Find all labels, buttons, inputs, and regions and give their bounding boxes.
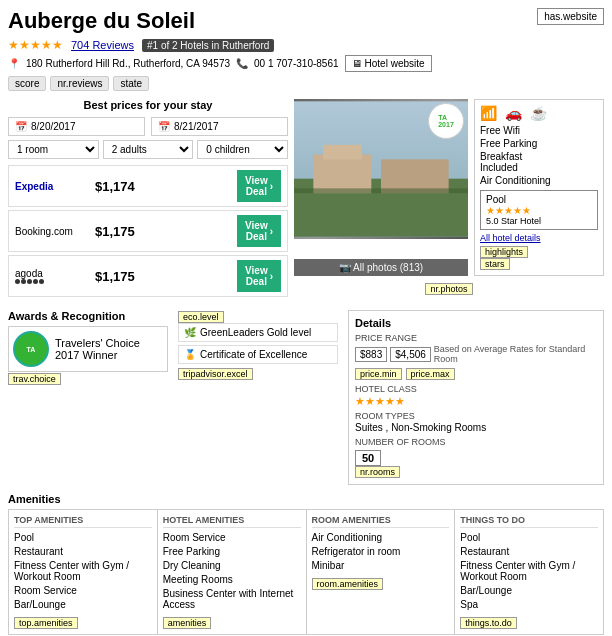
location-icon: 📍 [8,58,20,69]
todo-bar: Bar/Lounge [460,585,598,596]
coffee-icon: ☕ [530,105,547,121]
all-photos-bar[interactable]: 📷 All photos (813) [294,259,468,276]
calendar-icon: 📅 [15,121,27,132]
booking-view-deal-button[interactable]: ViewDeal › [237,215,281,247]
top-amenities-annotation: top.amenities [14,617,78,629]
amenities-title: Amenities [8,493,604,505]
todo-spa: Spa [460,599,598,610]
amenities-annotation: amenities [163,617,212,629]
eco-certificate: 🏅 Certificate of Excellence [178,345,338,364]
price-note: Based on Average Rates for Standard Room [434,344,597,364]
details-title: Details [355,317,597,329]
rooms-select[interactable]: 1 room [8,140,99,159]
svg-rect-4 [323,145,362,160]
has-website-badge[interactable]: has.website [537,8,604,25]
address-row: 📍 180 Rutherford Hill Rd., Rutherford, C… [8,55,604,72]
star-rating: ★★★★★ [8,38,63,52]
page: Auberge du Soleil has.website ★★★★★ 704 … [0,0,612,636]
top-right: TA2017 📷 All photos (813) 📶 🚗 ☕ Free Wif… [294,99,604,276]
phone-icon: 📞 [236,58,248,69]
hotel-class-label: HOTEL CLASS [355,384,597,394]
hotel-amenity-dry-cleaning: Dry Cleaning [163,560,301,571]
trav-choice-annotation: trav.choice [8,373,61,385]
medal-icon: 🏅 [184,349,196,360]
things-todo-annotation: things.to.do [460,617,517,629]
state-tag[interactable]: state [113,76,149,91]
price-min-value: $883 [355,347,387,362]
award-badge: TA Travelers' Choice 2017 Winner [8,326,168,372]
eco-item2: Certificate of Excellence [200,349,307,360]
pool-box: Pool ★★★★★ 5.0 Star Hotel [480,190,598,230]
details-section: Details PRICE RANGE $883 $4,506 Based on… [348,310,604,485]
nr-photos-annotation: nr.photos [425,283,472,295]
score-tag[interactable]: score [8,76,46,91]
photo-container: TA2017 📷 All photos (813) [294,99,468,276]
tripadvisor-icon: TA2017 [438,114,454,128]
price-max-annotation: price.max [406,368,455,380]
nr-rooms-annotation: nr.rooms [355,466,400,478]
adults-select[interactable]: 2 adults [103,140,194,159]
stars-annotation: stars [480,258,510,270]
checkin-date: 8/20/2017 [31,121,76,132]
checkin-input[interactable]: 📅 8/20/2017 [8,117,145,136]
guests-row: 1 room 2 adults 0 children [8,140,288,159]
prices-title: Best prices for your stay [8,99,288,111]
hotel-amenities-header: HOTEL AMENITIES [163,515,301,528]
header: Auberge du Soleil has.website ★★★★★ 704 … [8,8,604,91]
address-text: 180 Rutherford Hill Rd., Rutherford, CA … [26,58,230,69]
all-details-link[interactable]: All hotel details [480,233,598,243]
top-amenity-pool: Pool [14,532,152,543]
todo-restaurant: Restaurant [460,546,598,557]
tripadvisor-badge: TA2017 [428,103,464,139]
nr-reviews-tag[interactable]: nr.reviews [50,76,109,91]
leaf-icon: 🌿 [184,327,196,338]
chevron-right-icon: › [270,181,273,192]
awards-eco-row: Awards & Recognition TA Travelers' Choic… [8,310,604,485]
top-amenities-header: TOP AMENITIES [14,515,152,528]
room-amenity-minibar: Minibar [312,560,450,571]
travelers-choice-line2: 2017 Winner [55,349,140,361]
camera-icon: 📷 [339,262,351,273]
right-section: TA2017 📷 All photos (813) 📶 🚗 ☕ Free Wif… [294,99,604,300]
top-amenity-room-service: Room Service [14,585,152,596]
hotel-website-link[interactable]: 🖥 Hotel website [345,55,432,72]
room-types-value: Suites , Non-Smoking Rooms [355,422,597,433]
awards-title: Awards & Recognition [8,310,168,322]
eco-item1: GreenLeaders Gold level [200,327,311,338]
website-label: Hotel website [365,58,425,69]
agoda-price: $1,175 [95,269,237,284]
things-todo-header: THINGS TO DO [460,515,598,528]
expedia-view-deal-button[interactable]: ViewDeal › [237,170,281,202]
top-amenity-fitness: Fitness Center with Gym / Workout Room [14,560,152,582]
chevron-right-icon-3: › [270,271,273,282]
svg-rect-5 [294,188,468,193]
booking-price: $1,175 [95,224,237,239]
expedia-deal-label: ViewDeal [245,175,268,197]
price-row-expedia: Expedia $1,174 ViewDeal › [8,165,288,207]
top-amenity-restaurant: Restaurant [14,546,152,557]
reviews-link[interactable]: 704 Reviews [71,39,134,51]
agoda-view-deal-button[interactable]: ViewDeal › [237,260,281,292]
agoda-deal-label: ViewDeal [245,265,268,287]
booking-logo: Booking.com [15,226,73,237]
hotel-amenity-meeting: Meeting Rooms [163,574,301,585]
checkout-input[interactable]: 📅 8/21/2017 [151,117,288,136]
highlights-annotation: highlights [480,246,528,258]
highlight-wifi: Free Wifi [480,125,598,136]
checkout-date: 8/21/2017 [174,121,219,132]
awards-section: Awards & Recognition TA Travelers' Choic… [8,310,168,385]
room-amenity-fridge: Refrigerator in room [312,546,450,557]
star-hotel-label: 5.0 Star Hotel [486,216,592,226]
children-select[interactable]: 0 children [197,140,288,159]
top-amenities-col: TOP AMENITIES Pool Restaurant Fitness Ce… [9,510,158,634]
amenities-grid: TOP AMENITIES Pool Restaurant Fitness Ce… [8,509,604,635]
hotel-amenities-col: HOTEL AMENITIES Room Service Free Parkin… [158,510,307,634]
hotel-amenity-parking: Free Parking [163,546,301,557]
tripadvisor-excel-annotation: tripadvisor.excel [178,368,253,380]
eco-level-annotation: eco.level [178,311,224,323]
calendar-icon-2: 📅 [158,121,170,132]
price-range-label: PRICE RANGE [355,333,597,343]
expedia-price: $1,174 [95,179,237,194]
agoda-dots [15,279,95,284]
car-icon: 🚗 [505,105,522,121]
